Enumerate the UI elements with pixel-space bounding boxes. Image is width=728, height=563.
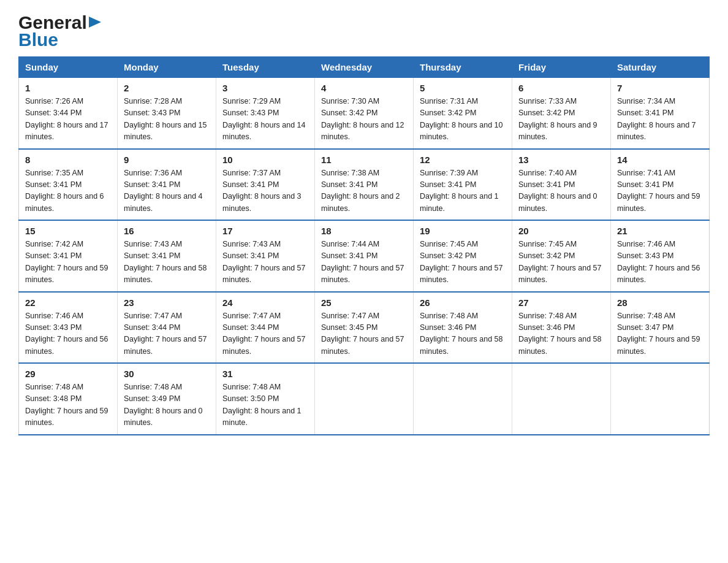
calendar-header-row: SundayMondayTuesdayWednesdayThursdayFrid…	[19, 57, 710, 78]
day-cell	[611, 363, 710, 435]
day-cell: 23 Sunrise: 7:47 AMSunset: 3:44 PMDaylig…	[118, 292, 216, 364]
day-number: 24	[222, 297, 308, 308]
day-info: Sunrise: 7:38 AMSunset: 3:41 PMDaylight:…	[321, 169, 400, 213]
svg-marker-0	[89, 17, 101, 28]
col-header-monday: Monday	[118, 57, 216, 78]
col-header-sunday: Sunday	[19, 57, 118, 78]
day-cell: 15 Sunrise: 7:42 AMSunset: 3:41 PMDaylig…	[19, 220, 118, 292]
day-cell: 30 Sunrise: 7:48 AMSunset: 3:49 PMDaylig…	[118, 363, 216, 435]
day-cell: 27 Sunrise: 7:48 AMSunset: 3:46 PMDaylig…	[512, 292, 611, 364]
day-info: Sunrise: 7:48 AMSunset: 3:46 PMDaylight:…	[420, 312, 503, 356]
day-cell: 4 Sunrise: 7:30 AMSunset: 3:42 PMDayligh…	[315, 78, 414, 149]
day-info: Sunrise: 7:48 AMSunset: 3:48 PMDaylight:…	[25, 383, 108, 427]
day-info: Sunrise: 7:46 AMSunset: 3:43 PMDaylight:…	[617, 240, 700, 284]
day-number: 20	[518, 226, 604, 236]
day-number: 9	[124, 155, 210, 165]
day-cell: 6 Sunrise: 7:33 AMSunset: 3:42 PMDayligh…	[512, 78, 611, 149]
day-cell: 12 Sunrise: 7:39 AMSunset: 3:41 PMDaylig…	[414, 149, 512, 221]
day-info: Sunrise: 7:45 AMSunset: 3:42 PMDaylight:…	[518, 240, 602, 284]
logo-blue-text: Blue	[18, 29, 58, 50]
day-cell	[315, 363, 414, 435]
day-info: Sunrise: 7:36 AMSunset: 3:41 PMDaylight:…	[124, 169, 203, 213]
day-cell: 7 Sunrise: 7:34 AMSunset: 3:41 PMDayligh…	[611, 78, 710, 149]
day-cell: 14 Sunrise: 7:41 AMSunset: 3:41 PMDaylig…	[611, 149, 710, 221]
day-number: 29	[25, 369, 111, 379]
day-cell: 28 Sunrise: 7:48 AMSunset: 3:47 PMDaylig…	[611, 292, 710, 364]
day-number: 6	[518, 83, 604, 93]
day-number: 31	[222, 369, 308, 379]
day-number: 7	[617, 83, 703, 93]
day-cell	[414, 363, 512, 435]
day-number: 22	[25, 297, 111, 308]
day-number: 4	[321, 83, 407, 93]
day-cell: 10 Sunrise: 7:37 AMSunset: 3:41 PMDaylig…	[216, 149, 315, 221]
day-cell: 13 Sunrise: 7:40 AMSunset: 3:41 PMDaylig…	[512, 149, 611, 221]
logo-triangle-icon	[89, 15, 102, 29]
day-info: Sunrise: 7:30 AMSunset: 3:42 PMDaylight:…	[321, 97, 404, 141]
day-info: Sunrise: 7:48 AMSunset: 3:47 PMDaylight:…	[617, 312, 700, 356]
day-number: 5	[420, 83, 506, 93]
day-info: Sunrise: 7:46 AMSunset: 3:43 PMDaylight:…	[25, 312, 108, 356]
day-number: 14	[617, 155, 703, 165]
day-number: 16	[124, 226, 210, 236]
day-info: Sunrise: 7:43 AMSunset: 3:41 PMDaylight:…	[222, 240, 306, 284]
day-cell: 2 Sunrise: 7:28 AMSunset: 3:43 PMDayligh…	[118, 78, 216, 149]
week-row-3: 15 Sunrise: 7:42 AMSunset: 3:41 PMDaylig…	[19, 220, 710, 292]
day-cell: 29 Sunrise: 7:48 AMSunset: 3:48 PMDaylig…	[19, 363, 118, 435]
col-header-friday: Friday	[512, 57, 611, 78]
day-info: Sunrise: 7:44 AMSunset: 3:41 PMDaylight:…	[321, 240, 404, 284]
day-info: Sunrise: 7:40 AMSunset: 3:41 PMDaylight:…	[518, 169, 597, 213]
day-info: Sunrise: 7:26 AMSunset: 3:44 PMDaylight:…	[25, 97, 108, 141]
day-info: Sunrise: 7:33 AMSunset: 3:42 PMDaylight:…	[518, 97, 597, 141]
day-info: Sunrise: 7:48 AMSunset: 3:50 PMDaylight:…	[222, 383, 301, 427]
day-cell	[512, 363, 611, 435]
col-header-wednesday: Wednesday	[315, 57, 414, 78]
day-cell: 19 Sunrise: 7:45 AMSunset: 3:42 PMDaylig…	[414, 220, 512, 292]
day-cell: 16 Sunrise: 7:43 AMSunset: 3:41 PMDaylig…	[118, 220, 216, 292]
day-number: 2	[124, 83, 210, 93]
day-info: Sunrise: 7:37 AMSunset: 3:41 PMDaylight:…	[222, 169, 301, 213]
day-info: Sunrise: 7:35 AMSunset: 3:41 PMDaylight:…	[25, 169, 104, 213]
day-number: 28	[617, 297, 703, 308]
day-number: 1	[25, 83, 111, 93]
day-info: Sunrise: 7:34 AMSunset: 3:41 PMDaylight:…	[617, 97, 696, 141]
week-row-1: 1 Sunrise: 7:26 AMSunset: 3:44 PMDayligh…	[19, 78, 710, 149]
col-header-tuesday: Tuesday	[216, 57, 315, 78]
day-number: 13	[518, 155, 604, 165]
day-number: 26	[420, 297, 506, 308]
day-number: 8	[25, 155, 111, 165]
day-cell: 3 Sunrise: 7:29 AMSunset: 3:43 PMDayligh…	[216, 78, 315, 149]
week-row-2: 8 Sunrise: 7:35 AMSunset: 3:41 PMDayligh…	[19, 149, 710, 221]
day-cell: 31 Sunrise: 7:48 AMSunset: 3:50 PMDaylig…	[216, 363, 315, 435]
week-row-5: 29 Sunrise: 7:48 AMSunset: 3:48 PMDaylig…	[19, 363, 710, 435]
day-number: 11	[321, 155, 407, 165]
logo: General Blue	[18, 12, 102, 50]
day-cell: 24 Sunrise: 7:47 AMSunset: 3:44 PMDaylig…	[216, 292, 315, 364]
day-number: 12	[420, 155, 506, 165]
day-number: 23	[124, 297, 210, 308]
week-row-4: 22 Sunrise: 7:46 AMSunset: 3:43 PMDaylig…	[19, 292, 710, 364]
day-info: Sunrise: 7:41 AMSunset: 3:41 PMDaylight:…	[617, 169, 700, 213]
day-info: Sunrise: 7:29 AMSunset: 3:43 PMDaylight:…	[222, 97, 306, 141]
day-info: Sunrise: 7:47 AMSunset: 3:45 PMDaylight:…	[321, 312, 404, 356]
day-number: 3	[222, 83, 308, 93]
day-number: 21	[617, 226, 703, 236]
day-cell: 8 Sunrise: 7:35 AMSunset: 3:41 PMDayligh…	[19, 149, 118, 221]
day-cell: 20 Sunrise: 7:45 AMSunset: 3:42 PMDaylig…	[512, 220, 611, 292]
day-cell: 22 Sunrise: 7:46 AMSunset: 3:43 PMDaylig…	[19, 292, 118, 364]
day-number: 17	[222, 226, 308, 236]
day-cell: 11 Sunrise: 7:38 AMSunset: 3:41 PMDaylig…	[315, 149, 414, 221]
day-number: 27	[518, 297, 604, 308]
day-info: Sunrise: 7:43 AMSunset: 3:41 PMDaylight:…	[124, 240, 207, 284]
day-cell: 25 Sunrise: 7:47 AMSunset: 3:45 PMDaylig…	[315, 292, 414, 364]
day-number: 15	[25, 226, 111, 236]
day-number: 10	[222, 155, 308, 165]
page-header: General Blue	[18, 12, 710, 50]
day-info: Sunrise: 7:42 AMSunset: 3:41 PMDaylight:…	[25, 240, 108, 284]
day-number: 19	[420, 226, 506, 236]
col-header-saturday: Saturday	[611, 57, 710, 78]
day-info: Sunrise: 7:47 AMSunset: 3:44 PMDaylight:…	[222, 312, 306, 356]
day-info: Sunrise: 7:48 AMSunset: 3:46 PMDaylight:…	[518, 312, 602, 356]
day-cell: 18 Sunrise: 7:44 AMSunset: 3:41 PMDaylig…	[315, 220, 414, 292]
day-info: Sunrise: 7:48 AMSunset: 3:49 PMDaylight:…	[124, 383, 203, 427]
